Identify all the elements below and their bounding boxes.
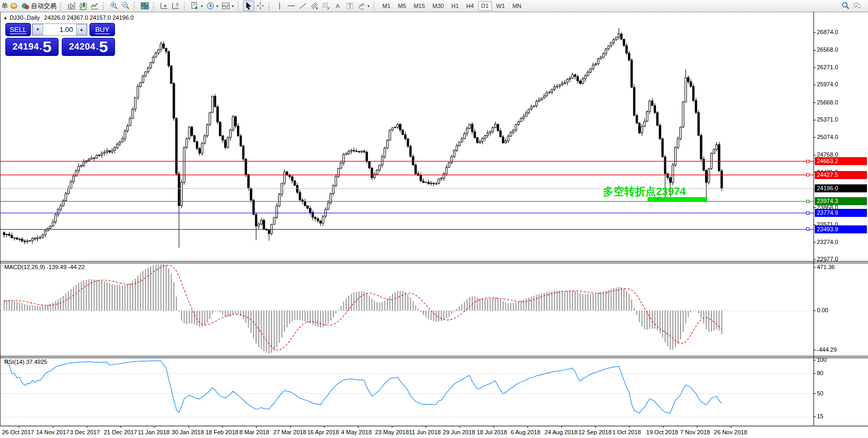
chart-shift-end-icon[interactable] bbox=[158, 1, 170, 11]
search-icon[interactable] bbox=[840, 1, 851, 11]
price-level-badge: 23974.3 bbox=[815, 197, 867, 205]
price-tick-label: 26568.0 bbox=[817, 46, 838, 53]
rsi-tick-label: 100 bbox=[817, 356, 826, 363]
bar-chart-icon[interactable] bbox=[65, 1, 77, 11]
rsi-name: RSI(14) 37.4925 bbox=[4, 359, 47, 365]
level-drag-handle[interactable] bbox=[806, 173, 809, 176]
timeframe-group: M1M5M15M30H1H4D1W1MN bbox=[379, 1, 525, 11]
macd-tick-label: -444.29 bbox=[817, 346, 837, 353]
level-drag-handle[interactable] bbox=[806, 212, 809, 215]
toolbar-grip bbox=[153, 2, 156, 10]
horizontal-line-icon[interactable] bbox=[285, 1, 297, 11]
price-level-badge: 23493.9 bbox=[815, 225, 867, 233]
chart-window: ▲DJ30-,Daily24326.0 24367.0 24157.0 2419… bbox=[0, 12, 868, 438]
date-label: 24 Aug 2018 bbox=[545, 429, 578, 435]
indicators-icon[interactable]: ▾ bbox=[220, 1, 235, 11]
date-label: 16 Apr 2018 bbox=[307, 429, 339, 435]
macd-tick-label: 0.00 bbox=[817, 307, 828, 313]
current-price-badge: 24196.0 bbox=[815, 184, 867, 192]
level-drag-handle[interactable] bbox=[806, 228, 809, 231]
dropdown-arrow-icon: ▾ bbox=[201, 4, 203, 9]
crosshair-icon[interactable] bbox=[255, 1, 266, 11]
timeframe-button-H1[interactable]: H1 bbox=[448, 1, 462, 11]
date-label: 8 Mar 2018 bbox=[240, 429, 269, 435]
level-drag-handle[interactable] bbox=[806, 200, 809, 203]
sell-price-main: 24194 bbox=[12, 42, 39, 52]
buy-button[interactable]: BUY bbox=[89, 23, 115, 36]
macd-current-values: -139.49 -44.22 bbox=[46, 264, 85, 270]
date-label: 6 Aug 2018 bbox=[511, 429, 541, 435]
price-level-badge: 24663.2 bbox=[815, 157, 867, 165]
buy-price-button[interactable]: 24204 . 5 bbox=[62, 38, 115, 56]
date-label: 18 Jul 2018 bbox=[477, 429, 507, 435]
annotation-text[interactable]: 多空转折点23974 bbox=[603, 184, 686, 199]
date-label: 1 Oct 2018 bbox=[612, 429, 641, 435]
rsi-tick-label: 80 bbox=[817, 370, 823, 376]
tile-windows-icon[interactable] bbox=[139, 1, 151, 11]
volume-field[interactable]: 1.00 bbox=[43, 24, 76, 35]
timeframe-button-M15[interactable]: M15 bbox=[411, 1, 428, 11]
timeframe-button-M5[interactable]: M5 bbox=[395, 1, 409, 11]
collapse-arrow-icon[interactable]: ▲ bbox=[3, 15, 7, 20]
arrows-icon[interactable]: ▾ bbox=[356, 1, 371, 11]
price-tick-label: 23274.0 bbox=[817, 239, 838, 245]
date-label: 3 Dec 2017 bbox=[70, 429, 100, 435]
sell-button[interactable]: SELL bbox=[5, 23, 31, 36]
sell-price-button[interactable]: 24194 . 5 bbox=[5, 38, 59, 56]
autotrading-button[interactable]: 自动交易 bbox=[20, 1, 58, 11]
buy-price-big-digit: 5 bbox=[99, 39, 108, 55]
date-label: 23 May 2018 bbox=[375, 429, 409, 435]
macd-label: MACD(12,26,9) -139.49 -44.22 bbox=[4, 264, 85, 270]
toolbar-grip bbox=[184, 2, 187, 10]
rsi-tick-label: 50 bbox=[817, 390, 823, 396]
date-label: 26 Oct 2017 bbox=[2, 429, 34, 435]
timeframe-button-H4[interactable]: H4 bbox=[463, 1, 477, 11]
date-label: 12 Sep 2018 bbox=[578, 429, 611, 435]
timeframe-button-D1[interactable]: D1 bbox=[478, 1, 492, 11]
zoom-in-icon[interactable] bbox=[108, 1, 120, 11]
cursor-icon[interactable] bbox=[243, 1, 255, 11]
price-tick-label: 25974.0 bbox=[817, 81, 838, 87]
volume-decrease-button[interactable]: ▼ bbox=[32, 24, 43, 35]
dropdown-arrow-icon: ▾ bbox=[216, 4, 218, 9]
dropdown-arrow-icon: ▾ bbox=[367, 4, 370, 9]
timeframe-button-W1[interactable]: W1 bbox=[493, 1, 509, 11]
vertical-line-icon[interactable] bbox=[274, 1, 285, 11]
chat-icon[interactable] bbox=[851, 1, 863, 11]
text-label-icon[interactable]: T bbox=[344, 1, 356, 11]
svg-text:A: A bbox=[336, 3, 340, 9]
date-label: 11 Jan 2018 bbox=[138, 429, 170, 435]
price-tick-label: 25074.0 bbox=[817, 134, 838, 140]
date-label: 7 Nov 2018 bbox=[680, 429, 710, 435]
toolbar-grip bbox=[268, 2, 272, 10]
zoom-out-icon[interactable] bbox=[120, 1, 132, 11]
equidistant-channel-icon[interactable]: E bbox=[309, 1, 321, 11]
dropdown-arrow-icon: ▾ bbox=[232, 4, 234, 9]
chart-title: ▲DJ30-,Daily24326.0 24367.0 24157.0 2419… bbox=[3, 14, 134, 21]
trendline-icon[interactable] bbox=[297, 1, 309, 11]
timeframe-button-M30[interactable]: M30 bbox=[429, 1, 447, 11]
order-label[interactable]: 单 bbox=[2, 2, 8, 11]
period-clock-icon[interactable]: ▾ bbox=[204, 1, 220, 11]
rsi-label: RSI(14) 37.4925 bbox=[4, 359, 47, 365]
new-order-icon[interactable]: ▾ bbox=[189, 1, 204, 11]
annotation-highlight-bar[interactable] bbox=[648, 197, 707, 202]
date-label: 4 May 2018 bbox=[341, 429, 372, 435]
line-chart-icon[interactable] bbox=[89, 1, 101, 11]
fibonacci-icon[interactable]: F bbox=[321, 1, 332, 11]
candlestick-chart-icon[interactable] bbox=[77, 1, 89, 11]
volume-spinner: ▼ 1.00 ▲ bbox=[32, 23, 87, 36]
price-tick-label: 22977.0 bbox=[817, 256, 838, 262]
volume-increase-button[interactable]: ▲ bbox=[76, 24, 87, 35]
top-toolbar: 单 自动交易 ▾ ▾ ▾ bbox=[0, 0, 868, 12]
timeframe-button-M1[interactable]: M1 bbox=[379, 1, 394, 11]
text-icon[interactable]: A bbox=[332, 1, 344, 11]
date-label: 19 Oct 2018 bbox=[646, 429, 678, 435]
chart-canvas[interactable] bbox=[0, 12, 868, 438]
timeframe-button-MN[interactable]: MN bbox=[509, 1, 525, 11]
level-drag-handle[interactable] bbox=[806, 160, 809, 163]
chart-shift-icon[interactable] bbox=[170, 1, 182, 11]
coin-icon[interactable] bbox=[8, 1, 20, 11]
svg-text:T: T bbox=[348, 3, 351, 9]
date-label: 27 Mar 2018 bbox=[273, 429, 306, 435]
